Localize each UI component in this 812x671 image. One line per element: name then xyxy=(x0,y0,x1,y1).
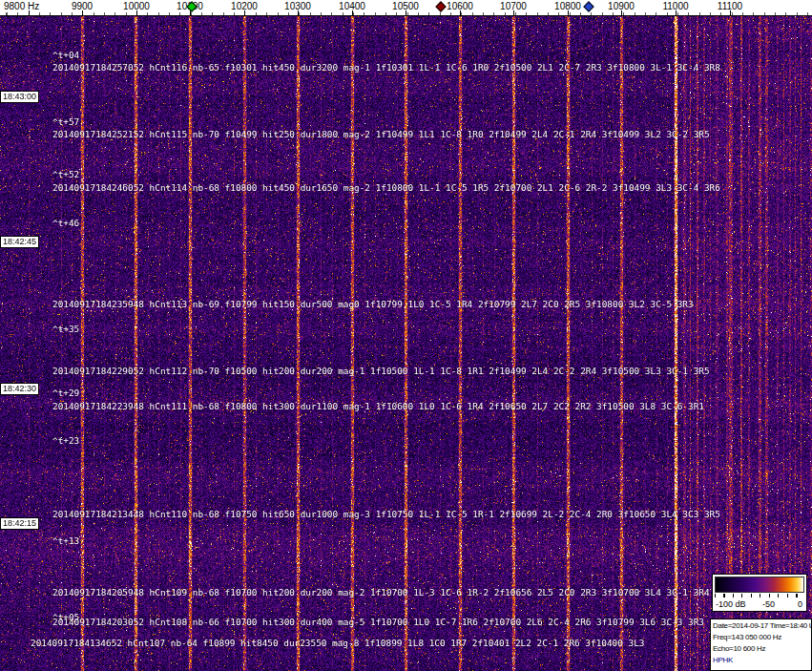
db-scale-legend: -100 dB -50 0 xyxy=(712,574,807,612)
info-line: Echo=10 600 Hz xyxy=(713,643,809,655)
axis-major-tick xyxy=(460,10,461,15)
frequency-axis: 9800 Hz990010000101001020010300104001050… xyxy=(0,0,812,16)
legend-label-min: -100 dB xyxy=(716,599,746,609)
axis-major-tick xyxy=(676,10,677,15)
legend-label-mid: -50 xyxy=(762,599,775,609)
axis-major-tick xyxy=(406,10,406,15)
info-lines: Date=2014-09-17 Time=18:40 UTCFreq=143 0… xyxy=(713,620,809,655)
legend-label-max: 0 xyxy=(798,599,802,609)
time-label: 18:42:45 xyxy=(0,236,39,248)
axis-major-tick xyxy=(298,10,299,15)
axis-major-tick xyxy=(621,10,622,15)
axis-major-tick xyxy=(29,10,30,15)
marker-blue-diamond[interactable] xyxy=(583,1,593,11)
axis-major-tick xyxy=(352,10,353,15)
colormap-gradient-bar xyxy=(715,577,804,593)
legend-tick-marks xyxy=(715,594,804,598)
freq-label: 9800 Hz xyxy=(4,1,39,11)
axis-major-tick xyxy=(136,10,137,15)
spectrogram-canvas[interactable] xyxy=(0,16,812,671)
axis-major-tick xyxy=(82,10,83,15)
time-label: 18:42:15 xyxy=(0,517,39,530)
info-line: Freq=143 050 000 Hz xyxy=(713,632,809,643)
info-line: Date=2014-09-17 Time=18:40 UTC xyxy=(713,620,809,632)
axis-major-tick xyxy=(513,10,514,15)
status-info-box: Date=2014-09-17 Time=18:40 UTCFreq=143 0… xyxy=(710,619,812,671)
station-code: HPHK xyxy=(713,655,809,666)
axis-major-tick xyxy=(730,10,731,15)
axis-major-tick xyxy=(568,10,569,15)
time-label: 18:43:00 xyxy=(0,91,39,103)
spectrogram-window: 9800 Hz990010000101001020010300104001050… xyxy=(0,0,812,671)
time-label: 18:42:30 xyxy=(0,383,39,395)
axis-major-tick xyxy=(244,10,245,15)
marker-red-diamond[interactable] xyxy=(435,1,446,11)
